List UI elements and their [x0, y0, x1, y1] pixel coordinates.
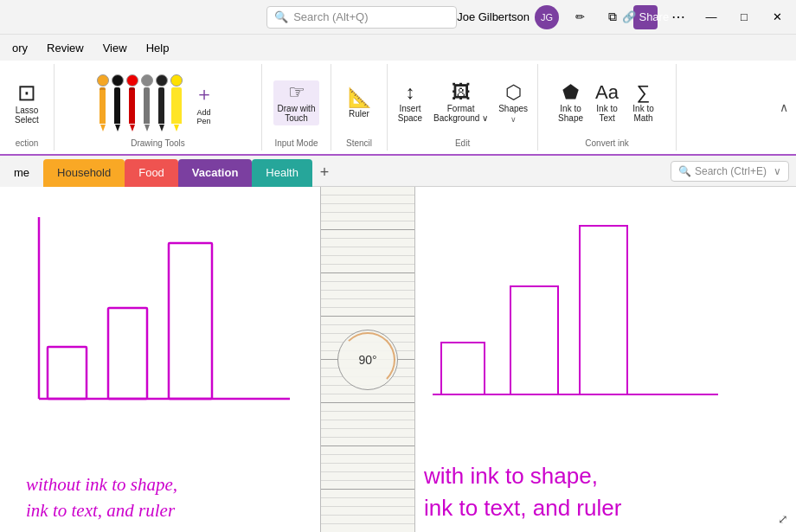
pen-orange[interactable]: [97, 74, 109, 131]
tabs-search-placeholder: Search (Ctrl+E): [695, 165, 767, 177]
pen-icon-btn[interactable]: ✏: [568, 5, 592, 29]
format-background-icon: 🖼: [452, 83, 471, 102]
close-btn[interactable]: ✕: [765, 5, 789, 29]
pen-gray-tip: [144, 125, 150, 131]
tab-add-button[interactable]: +: [312, 161, 337, 185]
pen-black-tip: [115, 125, 120, 131]
user-info: Joe Gilbertson JG: [457, 5, 559, 29]
pen-darkgray[interactable]: [156, 74, 168, 131]
pen-black[interactable]: [112, 74, 124, 131]
menu-help[interactable]: Help: [138, 38, 178, 58]
title-bar-right: Joe Gilbertson JG ✏ ⧉ 🔗 Share ⋯ — □ ✕: [457, 5, 789, 29]
expand-canvas-button[interactable]: ⤢: [775, 511, 791, 527]
ribbon-inner: ⊡ LassoSelect ection: [0, 64, 796, 151]
section-label-edit: Edit: [455, 138, 470, 151]
ink-to-text-icon: Aa: [595, 83, 619, 102]
shapes-icon: ⬡: [505, 83, 522, 102]
ruler-icon: 📐: [348, 88, 371, 107]
svg-rect-2: [108, 308, 147, 399]
extra-btn[interactable]: ⋯: [666, 5, 690, 29]
svg-rect-3: [169, 243, 212, 399]
section-label-input: Input Mode: [274, 138, 318, 151]
title-bar: 🔍 Search (Alt+Q) Joe Gilbertson JG ✏ ⧉ 🔗…: [0, 0, 796, 35]
add-pen-icon: ＋: [195, 81, 214, 107]
ruler-angle-display: 90°: [337, 330, 398, 390]
pen-yellow-tip: [174, 125, 179, 131]
format-background-button[interactable]: 🖼 FormatBackground ∨: [429, 80, 492, 125]
svg-rect-6: [441, 343, 485, 394]
annotation-right-line1: with ink to shape,: [424, 460, 753, 491]
pen-orange-shaft: [100, 87, 106, 124]
ribbon-group-input: ☞ Draw withTouch Input Mode: [262, 64, 331, 151]
ink-to-text-button[interactable]: Aa Ink toText: [590, 80, 625, 125]
section-label-selection: ection: [16, 138, 39, 151]
tabs-bar: me Household Food Vacation Health + 🔍 Se…: [0, 156, 796, 187]
avatar: JG: [535, 5, 559, 29]
tab-health[interactable]: Health: [252, 159, 312, 187]
pen-darkgray-tip: [159, 125, 164, 131]
section-label-stencil: Stencil: [346, 138, 372, 151]
lasso-icon: ⊡: [17, 81, 36, 104]
pen-black-shaft: [114, 87, 120, 124]
shapes-button[interactable]: ⬡ Shapes ∨: [494, 80, 532, 126]
tab-household[interactable]: Household: [43, 159, 125, 187]
annotation-left: without ink to shape, ink to text, and r…: [26, 472, 320, 523]
insert-space-button[interactable]: ↕ InsertSpace: [393, 80, 427, 125]
annotation-left-line2: ink to text, and ruler: [26, 498, 320, 523]
pen-darkgray-swatch: [156, 74, 168, 87]
pen-gray-swatch: [141, 74, 153, 87]
svg-rect-1: [48, 347, 87, 399]
ruler-button[interactable]: 📐 Ruler: [337, 86, 382, 121]
pen-red-shaft: [129, 87, 135, 124]
ink-to-math-icon: ∑: [637, 83, 651, 102]
pen-icon: ✏: [575, 10, 585, 23]
ribbon: ⊡ LassoSelect ection: [0, 61, 796, 156]
menu-view[interactable]: View: [94, 38, 136, 58]
menu-review[interactable]: Review: [38, 38, 93, 58]
ink-to-math-button[interactable]: ∑ Ink toMath: [626, 80, 661, 125]
maximize-btn[interactable]: □: [732, 5, 756, 29]
selection-tools: ⊡ LassoSelect: [5, 67, 48, 138]
pen-gray[interactable]: [141, 74, 153, 131]
menu-bar: ory Review View Help: [0, 35, 796, 61]
tab-food[interactable]: Food: [125, 159, 178, 187]
stencil-top: 📐 Ruler: [337, 67, 382, 138]
ribbon-group-selection: ⊡ LassoSelect ection: [0, 64, 55, 151]
tab-health-label: Health: [266, 166, 298, 179]
annotation-right-line2: ink to text, and ruler: [424, 492, 753, 523]
ribbon-group-convert: ⬟ Ink toShape Aa Ink toText ∑ Ink toMath…: [538, 64, 677, 151]
drawing-left-svg: [22, 200, 316, 433]
section-label-drawing: Drawing Tools: [131, 138, 185, 151]
section-label-convert: Convert ink: [585, 138, 629, 151]
restore-pane-btn[interactable]: ⧉: [600, 5, 625, 29]
ink-to-shape-button[interactable]: ⬟ Ink toShape: [554, 80, 588, 125]
lasso-select-button[interactable]: ⊡ LassoSelect: [5, 79, 48, 127]
pen-yellow-highlighter[interactable]: [170, 74, 183, 131]
tabs-search[interactable]: 🔍 Search (Ctrl+E) ∨: [671, 161, 789, 182]
svg-rect-7: [510, 286, 558, 394]
drawing-right-svg: [424, 200, 744, 433]
search-box[interactable]: 🔍 Search (Alt+Q): [266, 6, 457, 29]
pen-yellow-shaft: [171, 87, 182, 124]
draw-with-touch-button[interactable]: ☞ Draw withTouch: [273, 80, 320, 125]
tab-vacation[interactable]: Vacation: [178, 159, 252, 187]
share-button[interactable]: 🔗 Share: [633, 5, 658, 29]
canvas-area[interactable]: 90° without ink to shape, ink to text, a…: [0, 187, 796, 532]
input-mode-top: ☞ Draw withTouch: [273, 67, 320, 138]
pen-yellow-swatch: [170, 74, 183, 87]
add-pen-button[interactable]: ＋ AddPen: [189, 80, 220, 127]
tab-household-label: Household: [57, 166, 111, 179]
search-icon: 🔍: [274, 10, 288, 23]
minimize-btn[interactable]: —: [699, 5, 723, 29]
ribbon-collapse-btn[interactable]: ∧: [775, 99, 793, 116]
convert-top: ⬟ Ink toShape Aa Ink toText ∑ Ink toMath: [554, 67, 661, 138]
annotation-right: with ink to shape, ink to text, and rule…: [424, 460, 753, 523]
tabs-search-dropdown-icon[interactable]: ∨: [774, 165, 781, 177]
search-placeholder: Search (Alt+Q): [293, 10, 368, 23]
menu-ory[interactable]: ory: [3, 38, 36, 58]
pen-red[interactable]: [126, 74, 138, 131]
tab-food-label: Food: [138, 166, 164, 179]
tab-home[interactable]: me: [0, 159, 43, 187]
drawing-tools-top: ＋ AddPen: [97, 67, 220, 138]
tabs-search-icon: 🔍: [678, 165, 691, 177]
